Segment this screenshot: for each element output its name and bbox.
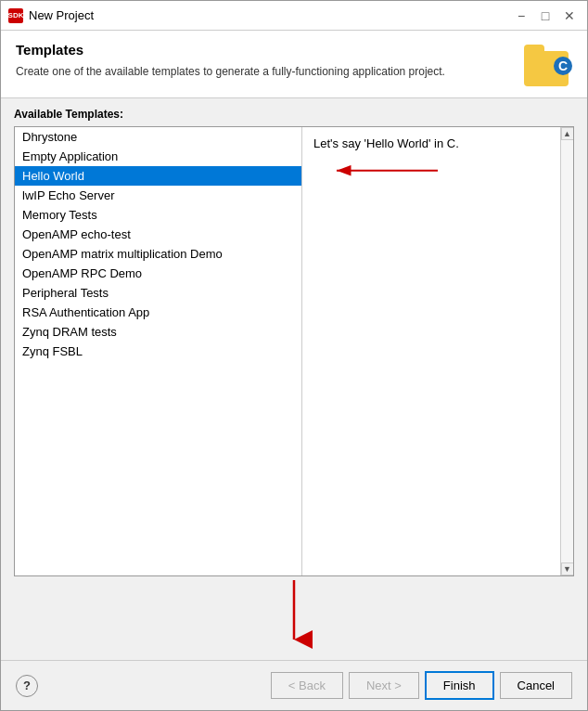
window-title: New Project	[29, 8, 511, 22]
scroll-down-arrow[interactable]: ▼	[561, 562, 574, 575]
template-list-item[interactable]: RSA Authentication App	[15, 303, 301, 322]
template-list-item[interactable]: Hello World	[15, 166, 301, 186]
template-list-item[interactable]: OpenAMP echo-test	[15, 225, 301, 244]
template-list-item[interactable]: Peripheral Tests	[15, 283, 301, 303]
description-text: Let's say 'Hello World' in C.	[313, 136, 459, 150]
header-section: Templates Create one of the available te…	[1, 31, 587, 98]
template-list[interactable]: DhrystoneEmpty ApplicationHello WorldlwI…	[15, 127, 302, 575]
template-list-item[interactable]: OpenAMP RPC Demo	[15, 264, 301, 283]
down-arrow-svg	[275, 576, 313, 651]
maximize-button[interactable]: □	[535, 6, 556, 26]
template-list-item[interactable]: lwIP Echo Server	[15, 186, 301, 205]
annotation-arrow	[302, 127, 573, 575]
description-scrollbar[interactable]: ▲ ▼	[560, 127, 573, 575]
help-button[interactable]: ?	[16, 675, 38, 697]
scroll-track	[561, 140, 574, 562]
templates-pane: DhrystoneEmpty ApplicationHello WorldlwI…	[14, 126, 574, 576]
template-list-item[interactable]: OpenAMP matrix multiplication Demo	[15, 244, 301, 264]
finish-button[interactable]: Finish	[425, 671, 494, 700]
template-list-item[interactable]: Zynq FSBL	[15, 342, 301, 361]
button-bar: ? < Back Next > Finish Cancel	[1, 660, 587, 710]
template-description: Let's say 'Hello World' in C. ▲ ▼	[302, 127, 573, 575]
templates-label: Available Templates:	[14, 108, 574, 121]
folder-c-badge: C	[554, 57, 572, 75]
title-bar: SDK New Project − □ ✕	[1, 1, 587, 31]
template-list-item[interactable]: Empty Application	[15, 147, 301, 166]
down-arrow-area	[14, 576, 574, 651]
template-list-item[interactable]: Memory Tests	[15, 205, 301, 225]
template-list-item[interactable]: Dhrystone	[15, 127, 301, 147]
page-title: Templates	[16, 42, 513, 58]
new-project-window: SDK New Project − □ ✕ Templates Create o…	[0, 0, 588, 711]
cancel-button[interactable]: Cancel	[500, 672, 572, 699]
folder-icon: C	[524, 51, 569, 86]
page-description: Create one of the available templates to…	[16, 63, 513, 80]
back-button[interactable]: < Back	[271, 672, 343, 699]
header-icon: C	[524, 42, 572, 86]
next-button[interactable]: Next >	[349, 672, 419, 699]
scroll-up-arrow[interactable]: ▲	[561, 127, 574, 140]
window-controls: − □ ✕	[511, 6, 580, 26]
minimize-button[interactable]: −	[511, 6, 531, 26]
template-list-item[interactable]: Zynq DRAM tests	[15, 322, 301, 342]
window-icon: SDK	[8, 8, 23, 23]
content-area: Available Templates: DhrystoneEmpty Appl…	[1, 98, 587, 660]
close-button[interactable]: ✕	[559, 6, 580, 26]
